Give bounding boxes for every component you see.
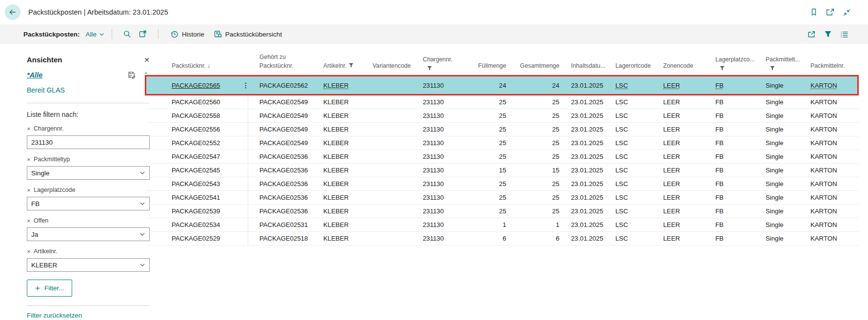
search-icon: [123, 30, 131, 38]
table-row[interactable]: PACKAGE02529PACKAGE02518KLEBER2311306623…: [146, 232, 859, 245]
save-view-icon[interactable]: [128, 71, 136, 79]
column-header[interactable]: Variantencode: [361, 62, 412, 71]
table-cell: KLEBER: [312, 153, 361, 160]
remove-filter-icon[interactable]: ✕: [27, 126, 31, 132]
column-header[interactable]: Chargennr.: [412, 56, 458, 71]
history-button[interactable]: Historie: [171, 30, 204, 38]
back-button[interactable]: [5, 4, 20, 20]
table-cell: Single: [766, 207, 810, 215]
column-header[interactable]: Gesamtmenge: [508, 62, 561, 71]
table-row[interactable]: PACKAGE02556PACKAGE02549KLEBER2311302525…: [146, 123, 859, 136]
table-cell: PACKAGE02536: [248, 207, 312, 215]
table-row[interactable]: PACKAGE02534PACKAGE02531KLEBER2311301123…: [146, 218, 859, 232]
column-header[interactable]: Inhaltsdatu...: [561, 62, 615, 71]
table-cell: 25: [458, 126, 508, 133]
table-row[interactable]: PACKAGE02545PACKAGE02536KLEBER2311301515…: [146, 164, 859, 177]
filter-funnel-icon: [349, 63, 354, 68]
filter-label: ✕Lagerplatzcode: [27, 187, 150, 193]
table-cell: 24: [508, 82, 561, 89]
table-row[interactable]: PACKAGE02558PACKAGE02549KLEBER2311302525…: [146, 109, 859, 123]
table-cell: 25: [508, 139, 561, 147]
table-cell: 25: [508, 126, 561, 133]
chevron-down-icon: [99, 32, 104, 37]
table-cell: FB: [715, 180, 766, 188]
table-cell: PACKAGE02531: [248, 221, 312, 228]
table-row[interactable]: PACKAGE02552PACKAGE02549KLEBER2311302525…: [146, 136, 859, 150]
table-cell[interactable]: LEER: [663, 82, 715, 89]
table-cell: 231130: [412, 167, 458, 174]
table-cell: KARTON: [810, 167, 856, 174]
column-header[interactable]: Lagerplatzco...: [715, 56, 766, 71]
column-header[interactable]: Artikelnr.: [312, 62, 361, 71]
table-cell[interactable]: KLEBER: [312, 82, 361, 89]
column-header[interactable]: Packstücknr. ↓: [146, 62, 248, 71]
add-filter-label: Filter...: [44, 284, 64, 292]
reset-filters-link[interactable]: Filter zurücksetzen: [27, 312, 150, 319]
open-in-window-button[interactable]: [826, 8, 834, 17]
table-cell: 25: [458, 139, 508, 147]
view-item-alle[interactable]: *Alle: [27, 71, 42, 79]
table-cell: 23.01.2025: [561, 126, 615, 133]
table-cell[interactable]: LSC: [615, 82, 663, 89]
table-row[interactable]: PACKAGE02539PACKAGE02536KLEBER2311302525…: [146, 205, 859, 218]
table-cell: LSC: [615, 153, 663, 160]
history-label: Historie: [182, 31, 204, 38]
table-cell: LEER: [663, 126, 715, 133]
table-cell: LEER: [663, 235, 715, 242]
share-button[interactable]: [808, 30, 816, 38]
table-cell: 25: [508, 98, 561, 106]
table-cell: 231130: [412, 82, 458, 89]
table-cell: PACKAGE02558: [146, 109, 248, 122]
view-selector[interactable]: Alle: [86, 31, 105, 38]
filter-funnel-icon: [427, 66, 432, 71]
column-header[interactable]: Lagerortcode: [615, 62, 663, 71]
remove-filter-icon[interactable]: ✕: [27, 218, 31, 224]
table-cell: 6: [458, 235, 508, 242]
remove-filter-icon[interactable]: ✕: [27, 249, 31, 254]
table-cell[interactable]: FB: [715, 82, 766, 89]
table-row[interactable]: PACKAGE02543PACKAGE02536KLEBER2311302525…: [146, 177, 859, 191]
bookmark-button[interactable]: [810, 8, 818, 16]
column-header[interactable]: Zonencode: [663, 62, 715, 71]
search-button[interactable]: [123, 30, 131, 38]
add-filter-button[interactable]: + Filter...: [27, 280, 72, 297]
table-cell: KARTON: [810, 180, 856, 188]
analyze-button[interactable]: [139, 30, 147, 38]
list-layout-button[interactable]: [840, 30, 848, 38]
filter-label: ✕Chargennr.: [27, 125, 150, 132]
filter-select[interactable]: FB: [27, 197, 150, 210]
column-header[interactable]: Packmittelnr.: [810, 62, 856, 71]
remove-filter-icon[interactable]: ✕: [27, 157, 31, 162]
table-cell: PACKAGE02549: [248, 139, 312, 147]
top-bar: Packstückposten | Arbeitsdatum: 23.01.20…: [0, 0, 868, 24]
column-header[interactable]: Gehört zuPackstücknr.: [248, 53, 312, 71]
table-cell: FB: [715, 98, 766, 106]
table-row[interactable]: PACKAGE02547PACKAGE02536KLEBER2311302525…: [146, 150, 859, 164]
table-cell: 24: [458, 82, 508, 89]
filter-select[interactable]: Single: [27, 166, 150, 180]
column-header[interactable]: Füllmenge: [458, 62, 508, 71]
filter-select[interactable]: Ja: [27, 227, 150, 241]
table-cell[interactable]: KARTON: [810, 82, 856, 89]
filter-select[interactable]: KLEBER: [27, 258, 150, 272]
view-selector-value: Alle: [86, 31, 97, 38]
row-options-icon[interactable]: ⋮: [242, 81, 249, 89]
view-item-bereit-glas[interactable]: Bereit GLAS: [27, 86, 65, 94]
remove-filter-icon[interactable]: ✕: [27, 188, 31, 193]
table-header-row: Packstücknr. ↓Gehört zuPackstücknr.Artik…: [146, 44, 859, 75]
filter-list-heading: Liste filtern nach:: [27, 111, 150, 118]
filter-input[interactable]: 231130: [27, 135, 150, 149]
column-header[interactable]: Packmittelt...: [766, 56, 810, 71]
table-cell: PACKAGE02562: [248, 82, 312, 89]
table-cell: 231130: [412, 98, 458, 106]
table-row-selected[interactable]: PACKAGE02565PACKAGE02562KLEBER2311302424…: [145, 75, 859, 95]
table-row[interactable]: PACKAGE02560PACKAGE02549KLEBER2311302525…: [146, 95, 859, 109]
table-cell: 231130: [412, 139, 458, 147]
package-overview-button[interactable]: Packstückübersicht: [214, 30, 282, 38]
table-cell: FB: [715, 207, 766, 215]
table-row[interactable]: PACKAGE02541PACKAGE02536KLEBER2311302525…: [146, 191, 859, 205]
collapse-button[interactable]: [843, 8, 851, 17]
table-cell[interactable]: PACKAGE02565: [146, 76, 248, 94]
table-cell: 231130: [412, 180, 458, 188]
filter-button[interactable]: [824, 30, 832, 38]
